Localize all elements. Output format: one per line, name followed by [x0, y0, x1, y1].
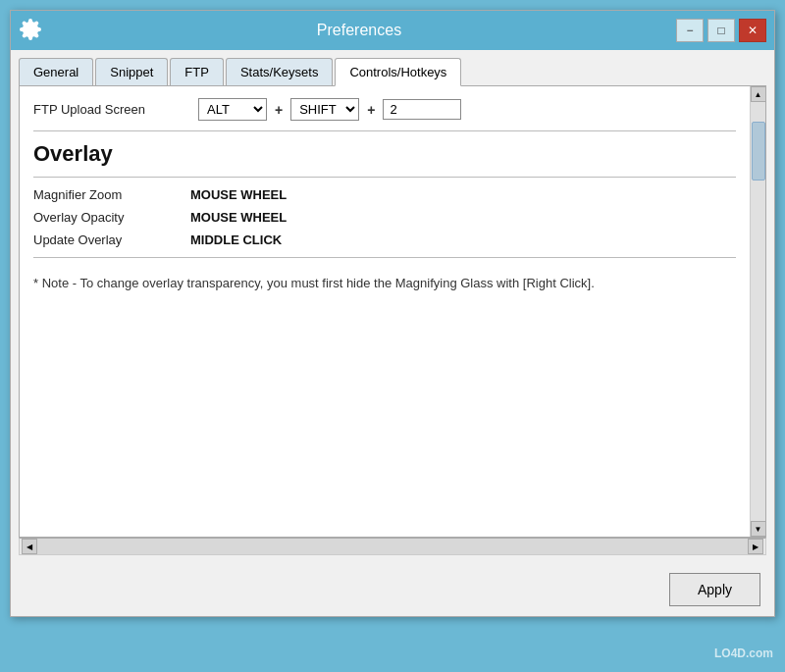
overlay-heading: Overlay	[33, 141, 736, 167]
key-input[interactable]	[383, 99, 461, 120]
gear-icon	[19, 18, 42, 44]
titlebar-title: Preferences	[42, 22, 676, 39]
overlay-opacity-row: Overlay Opacity MOUSE WHEEL	[33, 210, 736, 225]
titlebar-buttons: − □ ✕	[676, 19, 766, 42]
tab-stats-keysets[interactable]: Stats/Keysets	[226, 58, 333, 85]
tab-general[interactable]: General	[19, 58, 93, 85]
update-overlay-label: Update Overlay	[33, 233, 190, 247]
magnifier-zoom-row: Magnifier Zoom MOUSE WHEEL	[33, 187, 736, 202]
vertical-scrollbar[interactable]: ▲ ▼	[750, 86, 765, 537]
close-button[interactable]: ✕	[739, 19, 766, 42]
divider-3	[33, 257, 736, 258]
scroll-up-arrow[interactable]: ▲	[751, 86, 766, 102]
tab-snippet[interactable]: Snippet	[95, 58, 168, 85]
update-overlay-row: Update Overlay MIDDLE CLICK	[33, 233, 736, 247]
scroll-left-arrow[interactable]: ◀	[22, 539, 37, 554]
modifier1-select[interactable]: ALT CTRL NONE	[198, 98, 267, 121]
tab-ftp[interactable]: FTP	[170, 58, 224, 85]
panel: FTP Upload Screen ALT CTRL NONE + SHIFT …	[19, 86, 766, 538]
scroll-down-arrow[interactable]: ▼	[751, 521, 766, 537]
titlebar: Preferences − □ ✕	[11, 11, 774, 50]
note-text: * Note - To change overlay transparency,…	[33, 268, 736, 299]
maximize-button[interactable]: □	[707, 19, 735, 42]
footer: Apply	[11, 563, 774, 616]
update-overlay-value: MIDDLE CLICK	[190, 233, 282, 247]
scroll-track[interactable]	[751, 102, 765, 521]
horizontal-scrollbar[interactable]: ◀ ▶	[19, 538, 766, 555]
divider-1	[33, 130, 736, 131]
ftp-upload-label: FTP Upload Screen	[33, 102, 190, 117]
divider-2	[33, 177, 736, 178]
overlay-opacity-label: Overlay Opacity	[33, 210, 190, 225]
tab-controls-hotkeys[interactable]: Controls/Hotkeys	[335, 58, 461, 86]
watermark: LO4D.com	[714, 646, 773, 660]
window-content: General Snippet FTP Stats/Keysets Contro…	[11, 50, 774, 563]
plus-sign-1: +	[275, 102, 283, 118]
magnifier-zoom-value: MOUSE WHEEL	[190, 187, 287, 202]
magnifier-zoom-label: Magnifier Zoom	[33, 187, 190, 202]
scroll-thumb[interactable]	[752, 122, 765, 181]
overlay-opacity-value: MOUSE WHEEL	[190, 210, 287, 225]
plus-sign-2: +	[367, 102, 375, 118]
preferences-window: Preferences − □ ✕ General Snippet FTP St…	[10, 10, 775, 617]
panel-content: FTP Upload Screen ALT CTRL NONE + SHIFT …	[20, 86, 750, 537]
modifier2-select[interactable]: SHIFT CTRL NONE	[290, 98, 359, 121]
apply-button[interactable]: Apply	[669, 573, 760, 606]
scroll-right-arrow[interactable]: ▶	[748, 539, 763, 554]
tab-bar: General Snippet FTP Stats/Keysets Contro…	[19, 58, 766, 86]
h-scroll-track[interactable]	[37, 539, 748, 554]
minimize-button[interactable]: −	[676, 19, 704, 42]
ftp-upload-row: FTP Upload Screen ALT CTRL NONE + SHIFT …	[33, 98, 736, 121]
